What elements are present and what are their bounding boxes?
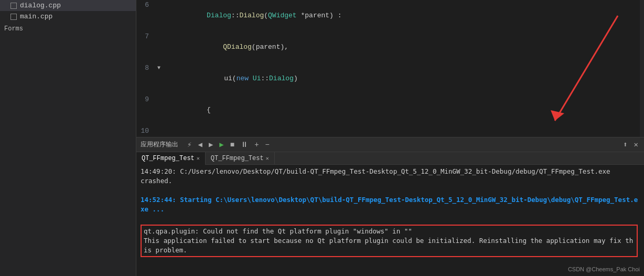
output-panel-title: 应用程序输出 [141, 140, 178, 149]
tab1-close[interactable]: ✕ [197, 155, 200, 162]
toolbar-maximize-btn[interactable]: ⬆ [621, 140, 629, 149]
code-scroll-track[interactable] [640, 0, 644, 137]
output-panel: 应用程序输出 ⚡ ◀ ▶ ▶ ■ ⏸ + − ⬆ ✕ QT_FFmpeg_Tes… [136, 137, 644, 276]
output-msg-6b: This application failed to start because… [144, 236, 635, 255]
watermark-text: CSDN @Cheems_Pak Choi [568, 264, 640, 274]
code-line-10: 10 ui->setupUi(this); [136, 126, 644, 137]
output-blank-1 [141, 186, 640, 195]
tab2-label: QT_FFmpeg_Test [211, 155, 264, 162]
toolbar-stop-btn[interactable]: ■ [229, 141, 236, 149]
output-msg-4: 14:52:44: Starting C:\Users\lenovo\Deskt… [141, 195, 640, 214]
toolbar-add-btn[interactable]: + [253, 141, 260, 149]
error-highlight-box: qt.qpa.plugin: Could not find the Qt pla… [141, 225, 638, 257]
output-msg-8: 14:53:18: 程序异常结束。 [141, 268, 640, 276]
tab-qt-ffmpeg-2[interactable]: QT_FFmpeg_Test ✕ [206, 152, 275, 165]
toolbar-play-btn[interactable]: ▶ [218, 140, 225, 149]
code-line-8: 8 ▼ ui(new Ui::Dialog) [136, 63, 644, 94]
toolbar-next-btn[interactable]: ▶ [207, 140, 214, 149]
output-msg-1: 14:49:20: C:/Users/lenovo/Desktop/QT/bui… [141, 167, 640, 176]
code-line-6: 6 Dialog::Dialog(QWidget *parent) : [136, 0, 644, 31]
sidebar-label-main: main.cpp [20, 13, 52, 20]
file-sidebar: dialog.cpp main.cpp Forms [0, 0, 136, 276]
output-blank-2 [141, 214, 640, 224]
checkbox-main[interactable] [10, 14, 17, 20]
code-line-9: 9 { [136, 94, 644, 126]
toolbar-close-panel-btn[interactable]: ✕ [632, 140, 640, 149]
code-editor[interactable]: 6 Dialog::Dialog(QWidget *parent) : 7 QD… [136, 0, 644, 137]
sidebar-item-dialog-cpp[interactable]: dialog.cpp [0, 0, 136, 11]
tab1-label: QT_FFmpeg_Test [142, 155, 195, 162]
output-msg-2: crashed. [141, 176, 640, 186]
sidebar-section-forms: Forms [0, 22, 136, 34]
output-blank-3 [141, 258, 640, 268]
toolbar-minus-btn[interactable]: − [264, 141, 271, 149]
sidebar-item-main-cpp[interactable]: main.cpp [0, 11, 136, 22]
tab2-close[interactable]: ✕ [266, 155, 269, 162]
checkbox-dialog[interactable] [10, 3, 17, 9]
output-toolbar: 应用程序输出 ⚡ ◀ ▶ ▶ ■ ⏸ + − ⬆ ✕ [136, 137, 644, 152]
output-msg-6a: qt.qpa.plugin: Could not find the Qt pla… [144, 227, 635, 236]
code-lines-container: 6 Dialog::Dialog(QWidget *parent) : 7 QD… [136, 0, 644, 137]
tab-qt-ffmpeg-1[interactable]: QT_FFmpeg_Test ✕ [136, 152, 206, 165]
output-content-area[interactable]: 14:49:20: C:/Users/lenovo/Desktop/QT/bui… [136, 165, 644, 276]
toolbar-run-btn[interactable]: ⚡ [186, 140, 193, 149]
sidebar-label-dialog: dialog.cpp [20, 2, 61, 9]
main-area: 6 Dialog::Dialog(QWidget *parent) : 7 QD… [136, 0, 644, 276]
toolbar-prev-btn[interactable]: ◀ [196, 140, 203, 149]
toolbar-pause-btn[interactable]: ⏸ [239, 141, 250, 149]
code-line-7: 7 QDialog(parent), [136, 31, 644, 63]
output-tabs-bar: QT_FFmpeg_Test ✕ QT_FFmpeg_Test ✕ [136, 152, 644, 165]
